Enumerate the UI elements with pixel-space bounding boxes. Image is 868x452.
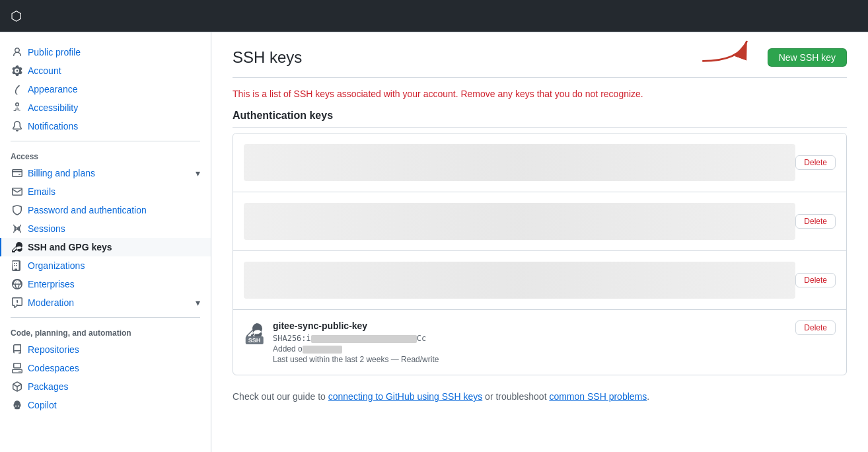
broadcast-icon — [12, 223, 22, 234]
table-row: SSH gitee-sync-public-key SHA256:iCc Add… — [233, 310, 846, 375]
delete-button[interactable]: Delete — [795, 155, 836, 170]
paintbrush-icon — [12, 84, 22, 94]
key-icon — [12, 242, 22, 252]
table-row: Delete — [233, 133, 846, 192]
sidebar-item-enterprises[interactable]: Enterprises — [0, 275, 211, 293]
shield-icon — [12, 205, 22, 215]
blurred-key-content — [244, 203, 795, 240]
chevron-down-icon: ▾ — [196, 168, 200, 178]
ssh-badge: SSH — [246, 336, 264, 344]
person-icon — [12, 47, 22, 57]
sidebar-item-organizations[interactable]: Organizations — [0, 256, 211, 275]
key-delete-action: Delete — [795, 155, 836, 170]
sidebar-item-sessions[interactable]: Sessions — [0, 219, 211, 238]
sidebar-item-password[interactable]: Password and authentication — [0, 201, 211, 219]
creditcard-icon — [12, 168, 22, 178]
key-name: gitee-sync-public-key — [273, 320, 787, 331]
table-row: Delete — [233, 192, 846, 251]
key-last-used: Last used within the last 2 weeks — Read… — [273, 355, 787, 364]
page-title: SSH keys — [233, 48, 302, 67]
auth-section-title: Authentication keys — [233, 110, 847, 128]
sidebar-item-public-profile[interactable]: Public profile — [0, 43, 211, 61]
copilot-icon — [12, 400, 22, 410]
sidebar-item-ssh-gpg[interactable]: SSH and GPG keys — [0, 238, 211, 256]
sidebar-item-billing[interactable]: Billing and plans ▾ — [0, 164, 211, 182]
key-icon-wrap: SSH — [244, 320, 265, 342]
accessibility-icon — [12, 102, 22, 113]
key-delete-action: Delete — [795, 273, 836, 287]
key-info: gitee-sync-public-key SHA256:iCc Added o… — [273, 320, 787, 364]
code-section-label: Code, planning, and automation — [0, 323, 211, 340]
sidebar-item-label: Billing and plans — [28, 168, 95, 178]
sidebar-item-codespaces[interactable]: Codespaces — [0, 359, 211, 377]
sidebar-item-label: Password and authentication — [28, 205, 147, 215]
sidebar-item-label: Sessions — [28, 223, 65, 234]
globe-icon — [12, 279, 22, 289]
sidebar-item-notifications[interactable]: Notifications — [0, 117, 211, 135]
new-key-arrow — [695, 35, 754, 65]
page-header: SSH keys New SSH key — [233, 48, 847, 78]
delete-button[interactable]: Delete — [795, 214, 836, 229]
blurred-key-content — [244, 262, 795, 299]
authentication-keys-list: Delete Delete Delete — [233, 133, 847, 375]
repo-icon — [12, 344, 22, 355]
main-content: SSH keys New SSH key This is a list of S… — [211, 32, 868, 452]
sidebar-item-copilot[interactable]: Copilot — [0, 396, 211, 414]
sidebar-item-packages[interactable]: Packages — [0, 377, 211, 396]
sidebar-item-accessibility[interactable]: Accessibility — [0, 98, 211, 117]
sidebar-item-label: Account — [28, 65, 61, 76]
mail-icon — [12, 186, 22, 197]
footer-link-1[interactable]: connecting to GitHub using SSH keys — [328, 391, 482, 402]
sidebar-item-label: Appearance — [28, 84, 78, 94]
delete-button[interactable]: Delete — [795, 320, 836, 335]
blurred-key-content — [244, 144, 795, 181]
key-fingerprint: SHA256:iCc — [273, 334, 787, 343]
sidebar-item-label: Packages — [28, 381, 68, 392]
sidebar-item-label: Notifications — [28, 121, 78, 132]
sidebar-item-label: Repositories — [28, 344, 79, 355]
access-section-label: Access — [0, 147, 211, 164]
table-row: Delete — [233, 251, 846, 310]
sidebar-item-label: SSH and GPG keys — [28, 242, 112, 252]
package-icon — [12, 381, 22, 392]
key-added: Added o — [273, 344, 787, 354]
sidebar-item-label: Public profile — [28, 47, 81, 57]
sidebar-item-repositories[interactable]: Repositories — [0, 340, 211, 359]
building-icon — [12, 260, 22, 271]
added-blurred — [303, 346, 342, 354]
sidebar-item-label: Organizations — [28, 260, 85, 271]
sidebar-item-label: Moderation — [28, 297, 74, 308]
new-ssh-key-button[interactable]: New SSH key — [768, 48, 847, 67]
key-delete-action: Delete — [795, 214, 836, 229]
sidebar-divider — [11, 141, 200, 141]
sidebar-item-account[interactable]: Account — [0, 61, 211, 80]
gear-icon — [12, 65, 22, 76]
sidebar-divider-2 — [11, 317, 200, 318]
arrow-indicator: SSH keys New SSH key — [233, 48, 847, 78]
sidebar-item-appearance[interactable]: Appearance — [0, 80, 211, 98]
sidebar-item-label: Accessibility — [28, 102, 78, 113]
sidebar-item-label: Enterprises — [28, 279, 75, 289]
sidebar: Public profile Account Appearance Access… — [0, 32, 211, 452]
footer-link-2[interactable]: common SSH problems — [549, 391, 647, 402]
info-text: This is a list of SSH keys associated wi… — [233, 89, 847, 99]
footer-text: Check out our guide to connecting to Git… — [233, 391, 847, 402]
chevron-down-icon: ▾ — [196, 297, 200, 308]
codespaces-icon — [12, 363, 22, 373]
sidebar-item-moderation[interactable]: Moderation ▾ — [0, 293, 211, 312]
fingerprint-blurred — [311, 335, 417, 343]
sidebar-item-label: Copilot — [28, 400, 57, 410]
sidebar-item-label: Codespaces — [28, 363, 79, 373]
bell-icon — [12, 121, 22, 132]
sidebar-item-emails[interactable]: Emails — [0, 182, 211, 201]
key-delete-action: Delete — [795, 320, 836, 335]
header-bar: ⬡ — [0, 0, 868, 32]
github-logo: ⬡ — [11, 8, 22, 24]
report-icon — [12, 297, 22, 308]
delete-button[interactable]: Delete — [795, 273, 836, 287]
sidebar-item-label: Emails — [28, 186, 55, 197]
